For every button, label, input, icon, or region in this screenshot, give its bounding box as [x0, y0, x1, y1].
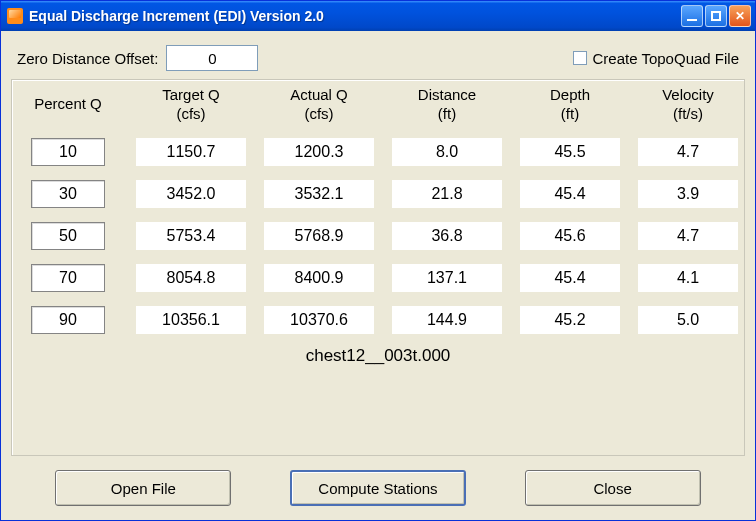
app-window: Equal Discharge Increment (EDI) Version … [0, 0, 756, 521]
velocity-cell: 4.1 [638, 264, 738, 292]
percent-q-input[interactable]: 10 [31, 138, 105, 166]
velocity-cell: 5.0 [638, 306, 738, 334]
hdr-distance: Distance(ft) [392, 86, 502, 124]
app-icon [7, 8, 23, 24]
offset-input[interactable] [166, 45, 258, 71]
minimize-button[interactable] [681, 5, 703, 27]
target-q-cell: 8054.8 [136, 264, 246, 292]
depth-cell: 45.4 [520, 264, 620, 292]
percent-q-input[interactable]: 50 [31, 222, 105, 250]
create-topo-checkbox[interactable] [573, 51, 587, 65]
actual-q-cell: 10370.6 [264, 306, 374, 334]
target-q-cell: 3452.0 [136, 180, 246, 208]
distance-cell: 8.0 [392, 138, 502, 166]
velocity-cell: 3.9 [638, 180, 738, 208]
data-frame: Percent Q Target Q(cfs) Actual Q(cfs) Di… [11, 79, 745, 456]
data-grid: Percent Q Target Q(cfs) Actual Q(cfs) Di… [26, 86, 730, 334]
actual-q-cell: 8400.9 [264, 264, 374, 292]
create-topo-checkbox-wrap[interactable]: Create TopoQuad File [573, 50, 739, 67]
window-title: Equal Discharge Increment (EDI) Version … [29, 8, 681, 24]
hdr-actual-q: Actual Q(cfs) [264, 86, 374, 124]
create-topo-label: Create TopoQuad File [593, 50, 739, 67]
depth-cell: 45.4 [520, 180, 620, 208]
client-area: Zero Distance Offset: Create TopoQuad Fi… [1, 31, 755, 520]
hdr-target-q: Target Q(cfs) [136, 86, 246, 124]
target-q-cell: 1150.7 [136, 138, 246, 166]
distance-cell: 137.1 [392, 264, 502, 292]
hdr-depth: Depth(ft) [520, 86, 620, 124]
actual-q-cell: 1200.3 [264, 138, 374, 166]
velocity-cell: 4.7 [638, 138, 738, 166]
titlebar: Equal Discharge Increment (EDI) Version … [1, 1, 755, 31]
depth-cell: 45.5 [520, 138, 620, 166]
depth-cell: 45.6 [520, 222, 620, 250]
distance-cell: 36.8 [392, 222, 502, 250]
percent-q-input[interactable]: 90 [31, 306, 105, 334]
open-file-button[interactable]: Open File [55, 470, 231, 506]
maximize-button[interactable] [705, 5, 727, 27]
hdr-percent-q: Percent Q [18, 95, 118, 114]
target-q-cell: 10356.1 [136, 306, 246, 334]
top-row: Zero Distance Offset: Create TopoQuad Fi… [11, 39, 745, 79]
distance-cell: 144.9 [392, 306, 502, 334]
distance-cell: 21.8 [392, 180, 502, 208]
hdr-velocity: Velocity(ft/s) [638, 86, 738, 124]
close-button[interactable]: Close [525, 470, 701, 506]
actual-q-cell: 5768.9 [264, 222, 374, 250]
depth-cell: 45.2 [520, 306, 620, 334]
close-window-button[interactable]: ✕ [729, 5, 751, 27]
velocity-cell: 4.7 [638, 222, 738, 250]
window-controls: ✕ [681, 5, 751, 27]
target-q-cell: 5753.4 [136, 222, 246, 250]
filename-label: chest12__003t.000 [26, 346, 730, 366]
compute-stations-button[interactable]: Compute Stations [290, 470, 466, 506]
percent-q-input[interactable]: 30 [31, 180, 105, 208]
actual-q-cell: 3532.1 [264, 180, 374, 208]
button-row: Open File Compute Stations Close [11, 456, 745, 510]
offset-label: Zero Distance Offset: [17, 50, 158, 67]
percent-q-input[interactable]: 70 [31, 264, 105, 292]
